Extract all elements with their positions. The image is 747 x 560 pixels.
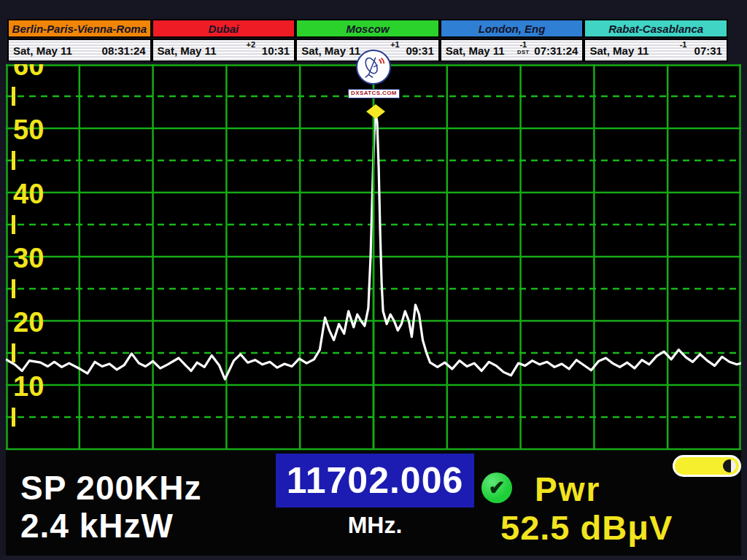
clock-city-name: London, Eng (440, 19, 584, 38)
svg-text:40: 40 (13, 179, 44, 209)
clock-tz-offset (82, 40, 101, 42)
lock-check-icon: ✔ (481, 472, 512, 503)
clock-column: Dubai Sat, May 11 +2 10:31 (152, 19, 296, 62)
clock-tz-offset: -1 DST (514, 40, 533, 55)
clock-time: 07:31:24 (534, 44, 578, 57)
clock-time-cell: Sat, May 11 -1 07:31 (584, 39, 728, 62)
clock-city-name: Moscow (295, 19, 440, 38)
spectrum-svg: 102030405060 (6, 64, 741, 451)
clock-time-cell: Sat, May 11 -1 DST 07:31:24 (440, 39, 584, 62)
frequency-display[interactable]: 11702.006 (276, 454, 474, 508)
clock-date: Sat, May 11 (589, 44, 673, 57)
svg-text:60: 60 (13, 64, 44, 81)
clock-city-name: Rabat-Casablanca (584, 19, 728, 38)
peak-marker[interactable] (366, 104, 385, 119)
satellite-dish-icon (356, 50, 391, 85)
clock-city-name: Berlin-Paris-Vienna-Roma (7, 19, 152, 38)
svg-text:30: 30 (13, 243, 44, 273)
clock-column: Rabat-Casablanca Sat, May 11 -1 07:31 (584, 19, 728, 62)
clock-column: London, Eng Sat, May 11 -1 DST 07:31:24 (440, 19, 584, 62)
clock-tz-offset: -1 (674, 40, 693, 50)
audio-toggle[interactable] (673, 455, 741, 477)
power-label: Pwr (535, 470, 600, 509)
logo-text: DXSATCS.COM (348, 89, 400, 98)
clock-column: Berlin-Paris-Vienna-Roma Sat, May 11 08:… (7, 19, 152, 62)
clock-time: 07:31 (694, 44, 722, 57)
spectrum-plot: 102030405060 (6, 64, 741, 451)
toggle-knob-icon (723, 459, 736, 472)
dxsatcs-logo: DXSATCS.COM (348, 50, 399, 98)
span-readout: SP 200KHz (20, 468, 202, 508)
clock-tz-offset: +2 (241, 40, 260, 50)
clock-time: 10:31 (262, 44, 290, 57)
clock-time-cell: Sat, May 11 +2 10:31 (152, 39, 296, 62)
clock-city-name: Dubai (152, 19, 296, 38)
clock-time-cell: Sat, May 11 08:31:24 (7, 39, 152, 62)
clock-time: 09:31 (406, 44, 433, 57)
svg-text:50: 50 (13, 114, 44, 145)
bottom-bezel (0, 556, 747, 560)
receiver-screen: Berlin-Paris-Vienna-Roma Sat, May 11 08:… (0, 0, 747, 560)
svg-text:20: 20 (13, 307, 44, 338)
clock-tz-offset: +1 (385, 40, 404, 50)
svg-text:10: 10 (13, 371, 44, 402)
clock-date: Sat, May 11 (13, 44, 82, 57)
clock-date: Sat, May 11 (158, 44, 241, 57)
clock-date: Sat, May 11 (446, 44, 514, 57)
bandwidth-readout: 2.4 kHzW (20, 506, 174, 545)
clock-time: 08:31:24 (102, 44, 146, 57)
readout-bar: SP 200KHz 2.4 kHzW 11702.006 MHz. ✔ Pwr … (6, 451, 741, 556)
frequency-unit-label: MHz. (276, 512, 474, 539)
power-value: 52.5 dBμV (500, 508, 673, 548)
